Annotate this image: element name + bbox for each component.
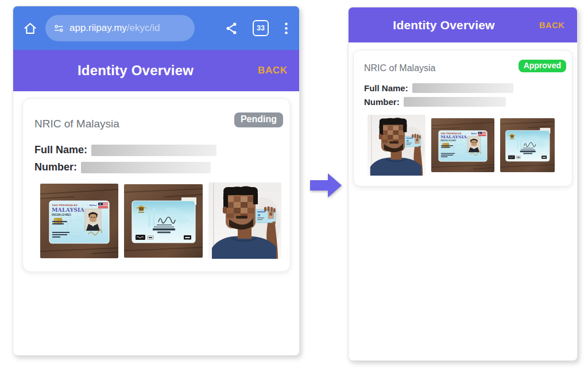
- full-name-label: Full Name:: [364, 83, 408, 93]
- field-row-full-name: Full Name:: [34, 144, 283, 156]
- home-icon[interactable]: [22, 21, 38, 36]
- tab-counter-button[interactable]: 33: [253, 20, 269, 36]
- identity-card: NRIC of Malaysia Approved Full Name: Num…: [353, 50, 572, 187]
- phone-screenshot-before: app.riipay.my/ekyc/id 33 Identity Overvi…: [13, 6, 300, 356]
- status-badge: Approved: [519, 60, 566, 72]
- number-label: Number:: [364, 97, 400, 107]
- app-header: Identity Overview BACK: [13, 50, 299, 91]
- redacted-full-name-value: [412, 83, 513, 93]
- document-images-row: [364, 115, 566, 176]
- toolbar-actions: 33: [225, 20, 290, 36]
- url-address-bar[interactable]: app.riipay.my/ekyc/id: [45, 15, 195, 41]
- page-title: Identity Overview: [349, 18, 539, 32]
- share-icon[interactable]: [225, 21, 239, 36]
- identity-fields: Full Name: Number:: [364, 83, 566, 107]
- selfie-image[interactable]: [208, 182, 281, 259]
- full-name-label: Full Name:: [34, 144, 87, 156]
- field-row-full-name: Full Name:: [364, 83, 566, 93]
- redacted-full-name-value: [91, 145, 216, 156]
- nric-back-image[interactable]: [124, 184, 203, 258]
- identity-card: NRIC of Malaysia Pending Full Name: Numb…: [22, 98, 291, 272]
- document-type-title: NRIC of Malaysia: [364, 63, 435, 73]
- url-path: /ekyc/id: [127, 22, 160, 33]
- number-label: Number:: [34, 161, 77, 173]
- status-badge: Pending: [234, 112, 283, 127]
- before-after-arrow-icon: [310, 172, 343, 199]
- document-images-row: [34, 182, 283, 259]
- document-type-title: NRIC of Malaysia: [34, 118, 119, 130]
- redacted-number-value: [404, 97, 506, 107]
- tab-count: 33: [257, 24, 265, 32]
- site-controls-icon: [53, 23, 64, 34]
- nric-front-image[interactable]: [431, 118, 494, 172]
- field-row-number: Number:: [364, 97, 566, 107]
- browser-toolbar: app.riipay.my/ekyc/id 33: [13, 6, 299, 50]
- url-text: app.riipay.my/ekyc/id: [69, 22, 160, 34]
- nric-back-image[interactable]: [500, 118, 555, 172]
- back-button[interactable]: BACK: [539, 21, 577, 30]
- nric-front-image[interactable]: [40, 184, 118, 258]
- page-title: Identity Overview: [13, 63, 258, 79]
- redacted-number-value: [81, 162, 211, 173]
- card-header-row: NRIC of Malaysia Pending: [34, 112, 283, 130]
- back-button[interactable]: BACK: [258, 65, 299, 76]
- phone-screenshot-after: Identity Overview BACK NRIC of Malaysia …: [348, 7, 578, 361]
- identity-fields: Full Name: Number:: [34, 144, 283, 173]
- card-header-row: NRIC of Malaysia Approved: [364, 60, 566, 73]
- overflow-menu-icon[interactable]: [283, 21, 290, 36]
- app-header: Identity Overview BACK: [349, 7, 577, 42]
- field-row-number: Number:: [34, 161, 283, 173]
- selfie-image[interactable]: [368, 115, 425, 176]
- url-host: app.riipay.my: [69, 22, 127, 33]
